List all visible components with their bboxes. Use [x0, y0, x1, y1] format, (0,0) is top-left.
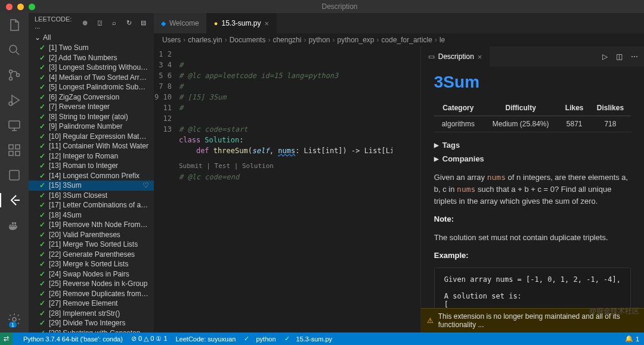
refresh-icon[interactable]: ↻	[125, 18, 133, 27]
breadcrumbs[interactable]: Users›charles.yin›Documents›chengzhi›pyt…	[154, 33, 644, 46]
tab-description[interactable]: ▭ Description ×	[421, 46, 490, 67]
status-leetcode[interactable]: LeetCode: suyuxuan	[176, 335, 236, 343]
problem-row[interactable]: ✓[28] Implement strStr()	[29, 309, 154, 319]
heart-icon[interactable]: ♡	[143, 181, 149, 189]
problem-row[interactable]: ✓[17] Letter Combinations of a Phone Nu.…	[29, 200, 154, 210]
check-icon: ✓	[39, 270, 49, 278]
problem-label: [24] Swap Nodes in Pairs	[49, 270, 149, 278]
check-icon: ✓	[39, 73, 49, 82]
problem-row[interactable]: ✓[3] Longest Substring Without Repeatin.…	[29, 63, 154, 73]
problem-row[interactable]: ✓[16] 3Sum Closest	[29, 191, 154, 201]
search-icon[interactable]	[7, 43, 21, 57]
maximize-window-button[interactable]	[29, 4, 35, 10]
run-icon[interactable]: ▷	[602, 52, 608, 61]
problem-row[interactable]: ✓[10] Regular Expression Matching	[29, 132, 154, 142]
breadcrumb-item[interactable]: python_exp	[337, 36, 374, 44]
breadcrumb-item[interactable]: charles.yin	[188, 36, 222, 44]
problem-row[interactable]: ✓[11] Container With Most Water	[29, 141, 154, 151]
code-lens-actions[interactable]: Submit | Test | Solution	[179, 161, 392, 172]
remote-explorer-icon[interactable]	[7, 118, 21, 132]
problem-row[interactable]: ✓[6] ZigZag Conversion	[29, 92, 154, 102]
problem-row[interactable]: ✓[25] Reverse Nodes in k-Group	[29, 279, 154, 289]
extensions-icon[interactable]	[7, 143, 21, 157]
explorer-icon[interactable]	[7, 18, 21, 32]
tab-welcome[interactable]: ◆ Welcome	[154, 13, 207, 33]
problem-row[interactable]: ✓[21] Merge Two Sorted Lists	[29, 240, 154, 250]
problem-row[interactable]: ✓[19] Remove Nth Node From End of List	[29, 220, 154, 230]
problem-row[interactable]: ✓[12] Integer to Roman	[29, 151, 154, 161]
close-tab-icon[interactable]: ×	[478, 52, 482, 61]
close-window-button[interactable]	[6, 4, 13, 10]
problem-row[interactable]: ✓[27] Remove Element	[29, 299, 154, 309]
problem-label: [26] Remove Duplicates from Sorted Arr..…	[49, 290, 149, 298]
check-icon: ✓	[39, 290, 49, 298]
problem-row[interactable]: ✓[14] Longest Common Prefix	[29, 171, 154, 181]
problem-row[interactable]: ✓[30] Substring with Concatenation of Al…	[29, 328, 154, 333]
code-content[interactable]: # # @lc app=leetcode id=15 lang=python3 …	[179, 46, 392, 332]
problem-row[interactable]: ✓[23] Merge k Sorted Lists	[29, 259, 154, 269]
status-lang[interactable]: ✓ python	[244, 335, 275, 343]
problem-row[interactable]: ✓[29] Divide Two Integers	[29, 318, 154, 328]
check-icon: ✓	[39, 299, 49, 307]
breadcrumb-item[interactable]: code_for_article	[382, 36, 432, 44]
problem-row[interactable]: ✓[22] Generate Parentheses	[29, 250, 154, 260]
close-tab-icon[interactable]: ×	[264, 19, 269, 28]
tab-label: 15.3-sum.py	[221, 19, 261, 27]
tab-file[interactable]: ● 15.3-sum.py ×	[207, 13, 277, 33]
companies-disclosure[interactable]: ▶Companies	[434, 152, 631, 166]
minimize-window-button[interactable]	[17, 4, 24, 10]
collapse-icon[interactable]: ⊟	[139, 18, 147, 27]
triangle-right-icon: ▶	[434, 156, 439, 162]
minimap[interactable]	[392, 46, 420, 332]
problem-row[interactable]: ✓[5] Longest Palindromic Substring	[29, 82, 154, 92]
problem-label: [7] Reverse Integer	[49, 102, 149, 111]
problem-row[interactable]: ✓[24] Swap Nodes in Pairs	[29, 269, 154, 279]
breadcrumb-item[interactable]: le	[439, 36, 445, 44]
problem-row[interactable]: ✓[7] Reverse Integer	[29, 102, 154, 112]
problem-row[interactable]: ✓[15] 3Sum♡	[29, 181, 154, 191]
debug-icon[interactable]	[7, 93, 21, 107]
status-python[interactable]: Python 3.7.4 64-bit ('base': conda)	[23, 335, 123, 343]
check-icon: ✓	[39, 132, 49, 141]
breadcrumb-item[interactable]: Documents	[230, 36, 266, 44]
search-problems-icon[interactable]: ⌕	[110, 18, 119, 27]
problem-label: [3] Longest Substring Without Repeatin..…	[49, 63, 149, 72]
more-actions-icon[interactable]: ⋯	[631, 52, 638, 61]
settings-gear-icon[interactable]: 1	[7, 312, 21, 327]
source-control-icon[interactable]	[7, 68, 21, 82]
problem-row[interactable]: ✓[8] String to Integer (atoi)	[29, 112, 154, 122]
problem-row[interactable]: ✓[13] Roman to Integer	[29, 161, 154, 171]
status-bar: ⇄ Python 3.7.4 64-bit ('base': conda) ⊘ …	[0, 332, 644, 345]
check-icon: ✓	[39, 83, 49, 91]
status-file[interactable]: ✓ 15.3-sum.py	[284, 335, 333, 343]
sidebar-all-row[interactable]: ⌄ All	[29, 32, 154, 43]
check-icon: ✓	[39, 279, 49, 288]
problem-row[interactable]: ✓[2] Add Two Numbers	[29, 53, 154, 63]
tags-disclosure[interactable]: ▶Tags	[434, 138, 631, 152]
globe-icon[interactable]: ⊕	[81, 18, 89, 27]
problem-row[interactable]: ✓[1] Two Sum	[29, 43, 154, 53]
split-editor-icon[interactable]: ◫	[616, 52, 623, 61]
problem-row[interactable]: ✓[4] Median of Two Sorted Arrays	[29, 73, 154, 83]
activity-bar: 1	[0, 13, 29, 332]
remote-indicator[interactable]: ⇄	[0, 332, 13, 345]
problem-row[interactable]: ✓[20] Valid Parentheses	[29, 230, 154, 240]
code-editor[interactable]: 1 2 3 4 5 6 7 8 9 10 11 12 13 # # @lc ap…	[154, 46, 392, 332]
check-icon: ✓	[39, 329, 49, 332]
th-dislikes: Dislikes	[590, 100, 631, 116]
breadcrumb-item[interactable]: chengzhi	[273, 36, 301, 44]
problem-row[interactable]: ✓[9] Palindrome Number	[29, 122, 154, 132]
problem-row[interactable]: ✓[18] 4Sum	[29, 210, 154, 220]
status-bell[interactable]: 🔔 1	[625, 335, 639, 343]
problem-title: 3Sum	[434, 73, 631, 92]
user-icon[interactable]: ⍰	[95, 18, 104, 27]
status-problems[interactable]: ⊘ 0 △ 0 ① 1	[131, 335, 168, 343]
docker-icon[interactable]	[7, 218, 21, 232]
leetcode-icon[interactable]	[0, 193, 29, 207]
breadcrumb-item[interactable]: python	[308, 36, 330, 44]
problem-row[interactable]: ✓[26] Remove Duplicates from Sorted Arr.…	[29, 289, 154, 299]
breadcrumb-item[interactable]: Users	[162, 36, 181, 44]
svg-point-1	[10, 70, 13, 73]
problem-label: [18] 4Sum	[49, 211, 149, 219]
bookmarks-icon[interactable]	[7, 168, 21, 182]
